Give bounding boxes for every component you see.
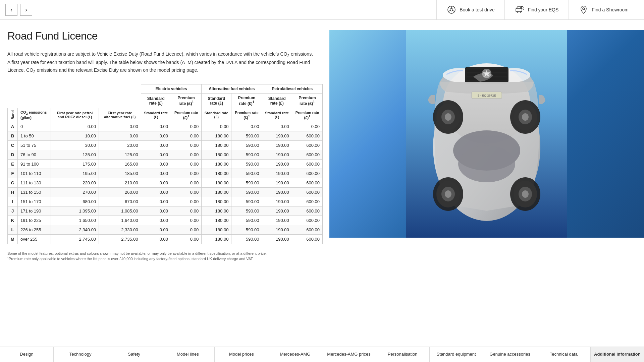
car-search-icon <box>515 5 524 14</box>
bottom-nav-item-mercedes-amg[interactable]: Mercedes-AMG <box>268 347 322 362</box>
top-navigation: ‹ › Book a test drive <box>0 0 644 20</box>
afv-prem-cell: 590.00 <box>231 225 262 234</box>
prev-arrow[interactable]: ‹ <box>5 4 17 16</box>
next-arrow[interactable]: › <box>20 4 32 16</box>
col-header-row: Band CO2 emissions (g/km) First year rat… <box>8 108 323 122</box>
ev-prem-cell: 0.00 <box>171 140 201 150</box>
table-row: A 0 0.00 0.00 0.00 0.00 0.00 0.00 0.00 0… <box>8 122 323 131</box>
petrol-cell: 0.00 <box>51 122 99 131</box>
table-row: L 226 to 255 2,340.00 2,330.00 0.00 0.00… <box>8 225 323 234</box>
bottom-nav-item-personalisation[interactable]: Personalisation <box>376 347 430 362</box>
band-cell: F <box>8 169 18 178</box>
afv-prem-cell: 590.00 <box>231 169 262 178</box>
table-row: B 1 to 50 10.00 0.00 0.00 0.00 180.00 59… <box>8 131 323 140</box>
alt-cell: 20.00 <box>99 140 141 150</box>
pd-std-cell: 190.00 <box>262 150 292 159</box>
find-eqs-link[interactable]: Find your EQS <box>504 0 569 20</box>
co2-cell: 0 <box>18 122 51 131</box>
afv-prem-cell: 0.00 <box>231 122 262 131</box>
afv-prem-cell: 590.00 <box>231 197 262 206</box>
pd-prem-cell: 0.00 <box>292 122 322 131</box>
book-test-drive-link[interactable]: Book a test drive <box>436 0 504 20</box>
afv-std-cell: 180.00 <box>202 216 231 225</box>
co2-cell: 151 to 170 <box>18 197 51 206</box>
petrol-cell: 220.00 <box>51 178 99 187</box>
bottom-nav-item-design[interactable]: Design <box>0 347 54 362</box>
band-cell: A <box>8 122 18 131</box>
co2-cell: 111 to 130 <box>18 178 51 187</box>
afv-prem-cell: 590.00 <box>231 206 262 216</box>
ev-prem-cell: 0.00 <box>171 122 201 131</box>
steering-wheel-icon <box>447 5 456 14</box>
pd-prem-cell: 600.00 <box>292 131 322 140</box>
table-body: A 0 0.00 0.00 0.00 0.00 0.00 0.00 0.00 0… <box>8 122 323 244</box>
table-row: F 101 to 110 195.00 185.00 0.00 0.00 180… <box>8 169 323 178</box>
bottom-navigation: DesignTechnologySafetyModel linesModel p… <box>0 347 644 362</box>
pd-std-cell: 190.00 <box>262 140 292 150</box>
car-image: S · EQ 2972E <box>329 30 644 238</box>
right-section: S · EQ 2972E <box>329 30 644 262</box>
bottom-nav-item-genuine-accessories[interactable]: Genuine accessories <box>483 347 537 362</box>
pd-prem-cell: 600.00 <box>292 159 322 169</box>
afv-std-cell: 180.00 <box>202 197 231 206</box>
pd-std-cell: 190.00 <box>262 216 292 225</box>
svg-point-39 <box>522 190 529 198</box>
ev-prem-cell: 0.00 <box>171 178 201 187</box>
bottom-nav-item-additional-information[interactable]: Additional information <box>591 347 644 362</box>
first-year-alt-col-header: First year rate alternative fuel (£) <box>99 108 141 122</box>
co2-cell: over 255 <box>18 234 51 244</box>
ev-prem-col-header: Premium rate (£)1 <box>171 108 201 122</box>
alt-cell: 0.00 <box>99 131 141 140</box>
left-section: Road Fund Licence All road vehicle regis… <box>7 30 329 262</box>
bottom-nav-item-mercedes-amg-prices[interactable]: Mercedes-AMG prices <box>322 347 376 362</box>
pd-prem-cell: 600.00 <box>292 169 322 178</box>
afv-std-cell: 180.00 <box>202 187 231 197</box>
bottom-nav-item-technical-data[interactable]: Technical data <box>537 347 591 362</box>
bottom-nav-item-model-prices[interactable]: Model prices <box>215 347 268 362</box>
co2-header-empty <box>18 84 51 108</box>
electric-group-header: Electric vehicles <box>141 84 201 94</box>
co2-cell: 171 to 190 <box>18 206 51 216</box>
bottom-nav-item-technology[interactable]: Technology <box>54 347 107 362</box>
afv-prem-cell: 590.00 <box>231 234 262 244</box>
svg-point-10 <box>583 8 585 10</box>
bottom-nav-item-safety[interactable]: Safety <box>107 347 161 362</box>
ev-std-cell: 0.00 <box>141 225 171 234</box>
ev-std-cell: 0.00 <box>141 169 171 178</box>
ev-prem-cell: 0.00 <box>171 159 201 169</box>
pd-prem-cell: 600.00 <box>292 178 322 187</box>
co2-cell: 191 to 225 <box>18 216 51 225</box>
alt-cell: 125.00 <box>99 150 141 159</box>
pd-std-cell: 190.00 <box>262 187 292 197</box>
ev-std-cell: 0.00 <box>141 206 171 216</box>
ev-std-cell: 0.00 <box>141 178 171 187</box>
car-illustration: S · EQ 2972E <box>329 30 644 238</box>
footnote-line2: ¹Premium rate only applicable to vehicle… <box>7 256 316 262</box>
pd-prem-cell: 600.00 <box>292 197 322 206</box>
pd-std-cell: 190.00 <box>262 131 292 140</box>
afv-prem-cell: 590.00 <box>231 178 262 187</box>
table-container: Electric vehicles Alternative fuel vehic… <box>7 84 323 244</box>
co2-cell: 1 to 50 <box>18 131 51 140</box>
alt-cell: 2,735.00 <box>99 234 141 244</box>
find-showroom-link[interactable]: Find a Showroom <box>569 0 639 20</box>
bottom-nav-item-standard-equipment[interactable]: Standard equipment <box>430 347 483 362</box>
table-row: G 111 to 130 220.00 210.00 0.00 0.00 180… <box>8 178 323 187</box>
band-cell: G <box>8 178 18 187</box>
ev-prem-cell: 0.00 <box>171 169 201 178</box>
pd-std-cell: 190.00 <box>262 159 292 169</box>
co2-col-header: CO2 emissions (g/km) <box>18 108 51 122</box>
alt-cell: 1,640.00 <box>99 216 141 225</box>
pd-std-cell: 190.00 <box>262 169 292 178</box>
co2-cell: 91 to 100 <box>18 159 51 169</box>
petrol-cell: 135.00 <box>51 150 99 159</box>
band-cell: C <box>8 140 18 150</box>
ev-prem-cell: 0.00 <box>171 225 201 234</box>
table-row: E 91 to 100 175.00 165.00 0.00 0.00 180.… <box>8 159 323 169</box>
alt-cell: 1,085.00 <box>99 206 141 216</box>
ev-std-cell: 0.00 <box>141 187 171 197</box>
intro-text: All road vehicle registrations are subje… <box>7 50 316 75</box>
alt-cell: 210.00 <box>99 178 141 187</box>
bottom-nav-item-model-lines[interactable]: Model lines <box>161 347 215 362</box>
co2-cell: 226 to 255 <box>18 225 51 234</box>
